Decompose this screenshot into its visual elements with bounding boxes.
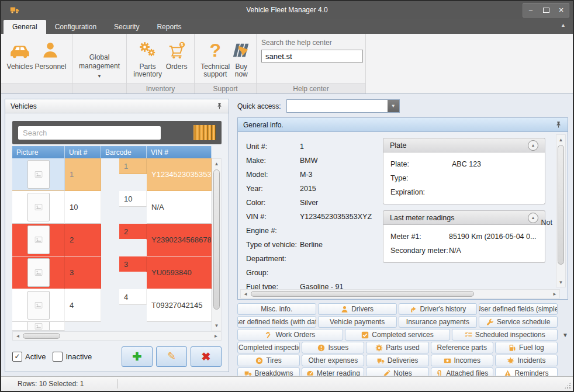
tab-issues[interactable]: Issues xyxy=(302,342,364,353)
help-search-input[interactable] xyxy=(261,50,363,63)
collapse-circle-icon[interactable]: ▲ xyxy=(528,213,538,223)
tab-parts-used[interactable]: Parts used xyxy=(366,342,428,353)
scroll-right-icon[interactable]: ► xyxy=(212,332,220,340)
tab-general[interactable]: General xyxy=(4,20,46,34)
cross-icon: ✖ xyxy=(202,350,211,363)
column-header-unit[interactable]: Unit # xyxy=(65,146,101,158)
vehicle-row[interactable]: 44T09327042145 xyxy=(12,289,212,322)
active-checkbox[interactable]: ✓ xyxy=(12,352,22,362)
collapse-circle-icon[interactable]: ▲ xyxy=(528,140,538,151)
orders-button[interactable]: Orders xyxy=(164,37,189,71)
search-input[interactable] xyxy=(18,126,161,140)
parts-inventory-button[interactable]: Parts inventory xyxy=(132,37,164,78)
inactive-checkbox-label: Inactive xyxy=(65,352,92,361)
scroll-down-icon[interactable]: ▼ xyxy=(212,321,221,330)
personnel-button[interactable]: Personnel xyxy=(34,37,67,71)
tab-incidents[interactable]: Incidents xyxy=(495,355,558,366)
minimize-button[interactable]: – xyxy=(523,4,538,17)
info-horizontal-scrollbar[interactable]: ◄ ► xyxy=(240,289,560,299)
tab-reports[interactable]: Reports xyxy=(148,20,190,34)
scroll-left-icon[interactable]: ◄ xyxy=(241,290,250,298)
general-info-title: General info. xyxy=(243,121,283,129)
tab-security[interactable]: Security xyxy=(105,20,148,34)
quick-access-combobox[interactable]: ▼ xyxy=(286,99,400,113)
unit-cell: 10 xyxy=(65,191,101,224)
tab-user-defined-fields-with-date[interactable]: User defined fields (with date) xyxy=(237,316,316,328)
barcode-cell: 3 xyxy=(119,256,147,272)
pin-icon[interactable] xyxy=(555,121,562,129)
info-field-make: Make:BMW xyxy=(246,154,389,168)
tab-vehicle-payments[interactable]: Vehicle payments xyxy=(318,316,397,328)
buy-now-button[interactable]: Buy now xyxy=(231,37,251,78)
global-management-button[interactable]: Global management ▼ xyxy=(77,53,122,81)
delete-vehicle-button[interactable]: ✖ xyxy=(191,346,222,367)
close-button[interactable]: ✕ xyxy=(554,4,569,17)
scroll-down-icon[interactable]: ▼ xyxy=(556,278,565,286)
maximize-icon xyxy=(543,8,549,13)
tab-service-schedule[interactable]: Service schedule xyxy=(479,316,558,328)
tab-breakdowns[interactable]: Breakdowns xyxy=(237,367,300,376)
vehicle-row[interactable]: 1010N/A xyxy=(12,191,212,224)
tab-notes[interactable]: Notes xyxy=(366,367,428,376)
vehicle-row[interactable] xyxy=(12,322,212,331)
image-placeholder xyxy=(27,291,50,320)
tab-reference-parts[interactable]: Reference parts xyxy=(431,342,493,353)
vehicles-button[interactable]: Vehicles xyxy=(6,37,34,71)
collapse-ribbon-icon[interactable]: ▲ xyxy=(561,22,566,28)
tab-deliveries[interactable]: Deliveries xyxy=(366,355,428,366)
vehicles-panel-header: Vehicles xyxy=(5,99,229,113)
technical-support-button[interactable]: ? Technical support xyxy=(199,37,231,78)
scroll-up-icon[interactable]: ▲ xyxy=(556,136,565,144)
tab-incomes[interactable]: Incomes xyxy=(431,355,493,366)
vin-cell: T09327042145 xyxy=(147,289,212,322)
tab-completed-services[interactable]: Completed services xyxy=(345,329,451,341)
tab-scheduled-inspections[interactable]: Scheduled inspections xyxy=(452,329,558,341)
field-value: ABC 123 xyxy=(452,160,481,168)
vehicles-panel-title: Vehicles xyxy=(11,102,37,110)
tab-configuration[interactable]: Configuration xyxy=(46,20,105,34)
column-header-barcode[interactable]: Barcode xyxy=(101,146,147,158)
tab-misc-info[interactable]: Misc. info. xyxy=(237,303,316,315)
scroll-right-icon[interactable]: ► xyxy=(551,290,559,298)
add-vehicle-button[interactable]: ✚ xyxy=(122,346,153,367)
barcode-icon[interactable] xyxy=(193,125,216,140)
tab-user-defined-fields-simple[interactable]: User defined fields (simple) xyxy=(479,303,558,315)
combobox-dropdown-button[interactable]: ▼ xyxy=(388,100,399,112)
scroll-up-icon[interactable]: ▲ xyxy=(212,159,221,168)
info-field-color: Color:Silver xyxy=(246,196,389,210)
tab-reminders[interactable]: Reminders xyxy=(495,367,558,376)
field-value: BMW xyxy=(300,157,318,165)
tab-insurance-payments[interactable]: Insurance payments xyxy=(399,316,478,328)
tab-other-expenses[interactable]: Other expenses xyxy=(302,355,364,366)
vehicle-row[interactable]: 11Y1234523035353XYZ xyxy=(12,158,212,191)
tab-tires[interactable]: Tires xyxy=(237,355,300,366)
tab-attached-files[interactable]: Attached files xyxy=(431,367,493,376)
tab-label: User defined fields (with date) xyxy=(237,318,316,326)
window-controls: – ✕ xyxy=(523,3,569,18)
vehicles-vertical-scrollbar[interactable]: ▲ ▼ xyxy=(212,158,222,331)
vehicle-row[interactable]: 33YU0593840 xyxy=(12,256,212,289)
edit-vehicle-button[interactable]: ✎ xyxy=(156,346,187,367)
tab-completed-inspections[interactable]: Completed inspections xyxy=(237,342,300,353)
vehicles-horizontal-scrollbar[interactable]: ◄ ► xyxy=(12,331,222,341)
tab-work-orders[interactable]: Work Orders xyxy=(237,329,343,341)
maximize-button[interactable] xyxy=(538,4,554,17)
tabs-scroll-down-icon[interactable]: ▼ xyxy=(562,332,568,338)
column-header-picture[interactable]: Picture xyxy=(12,146,65,158)
vehicle-row[interactable]: 22Y2390234568678 xyxy=(12,224,212,256)
scroll-thumb[interactable] xyxy=(558,145,564,265)
inactive-checkbox[interactable] xyxy=(53,352,63,362)
scroll-thumb[interactable] xyxy=(23,333,60,339)
scroll-left-icon[interactable]: ◄ xyxy=(13,332,22,340)
tab-fuel-log[interactable]: Fuel log xyxy=(495,342,558,353)
resize-grip[interactable] xyxy=(564,382,571,389)
pin-icon[interactable] xyxy=(216,102,223,110)
tab-drivers[interactable]: Drivers xyxy=(318,303,397,315)
tab-meter-reading[interactable]: Meter reading xyxy=(302,367,364,376)
pencil-icon xyxy=(383,370,390,376)
tab-driver-s-history[interactable]: Driver's history xyxy=(399,303,478,315)
column-header-vin[interactable]: VIN # xyxy=(147,146,212,158)
info-vertical-scrollbar[interactable]: ▲ ▼ xyxy=(556,134,566,287)
scroll-thumb[interactable] xyxy=(251,291,474,297)
scroll-thumb[interactable] xyxy=(213,169,220,310)
